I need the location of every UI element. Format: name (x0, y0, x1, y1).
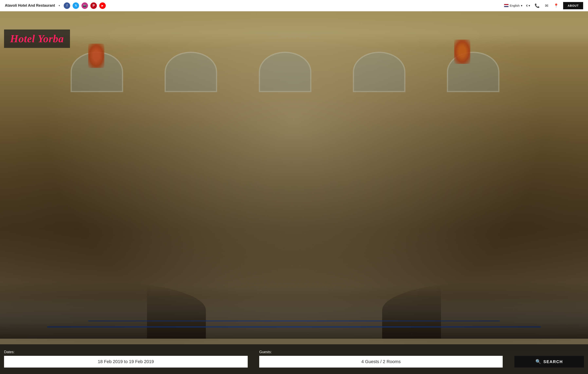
dates-label: Dates: (4, 350, 248, 354)
hotel-name: Hotel Yorba (10, 33, 64, 45)
currency-symbol: € (526, 4, 528, 7)
navbar-right: English ▾ € ▾ 📞 ✉ 📍 ABOUT (504, 2, 583, 9)
twitter-icon[interactable]: 𝕏 (73, 2, 79, 9)
pinterest-icon[interactable]: P (90, 2, 97, 9)
phone-icon[interactable]: 📞 (534, 2, 540, 9)
guests-label: Guests: (259, 350, 503, 354)
dates-input[interactable]: 18 Feb 2019 to 19 Feb 2019 (4, 356, 248, 367)
search-button[interactable]: 🔍 SEARCH (514, 356, 584, 367)
search-icon: 🔍 (536, 359, 541, 364)
search-area: Dates: Guests: 18 Feb 2019 to 19 Feb 201… (0, 344, 588, 374)
facebook-icon[interactable]: f (64, 2, 70, 9)
location-icon[interactable]: 📍 (553, 2, 559, 9)
currency-dropdown-icon[interactable]: ▾ (529, 4, 530, 8)
youtube-icon[interactable]: ▶ (99, 2, 106, 9)
currency-selector[interactable]: € ▾ (526, 4, 530, 8)
hotel-name-box: Hotel Yorba (4, 30, 70, 48)
hero-section: Hotel Yorba Dates: Guests: 18 Feb 2019 t… (0, 11, 588, 374)
search-button-label: SEARCH (543, 359, 563, 364)
search-inputs: 18 Feb 2019 to 19 Feb 2019 4 Guests / 2 … (4, 356, 584, 367)
about-button[interactable]: ABOUT (563, 2, 583, 9)
guests-input[interactable]: 4 Guests / 2 Rooms (259, 356, 503, 367)
search-labels: Dates: Guests: (4, 350, 584, 354)
brand-dropdown-icon[interactable]: ▾ (59, 4, 60, 7)
language-selector[interactable]: English ▾ (504, 4, 523, 8)
instagram-icon[interactable]: 📷 (82, 2, 88, 9)
brand-name[interactable]: Atavoli Hotel And Restaurant (5, 3, 55, 8)
social-icons: f 𝕏 📷 P ▶ (64, 2, 106, 9)
hero-overlay (0, 11, 588, 374)
navbar-left: Atavoli Hotel And Restaurant ▾ f 𝕏 📷 P ▶ (5, 2, 106, 9)
navbar: Atavoli Hotel And Restaurant ▾ f 𝕏 📷 P ▶… (0, 0, 588, 11)
flag-icon (504, 4, 509, 7)
language-dropdown-icon[interactable]: ▾ (521, 4, 523, 8)
language-label: English (510, 4, 520, 7)
email-icon[interactable]: ✉ (544, 2, 549, 9)
